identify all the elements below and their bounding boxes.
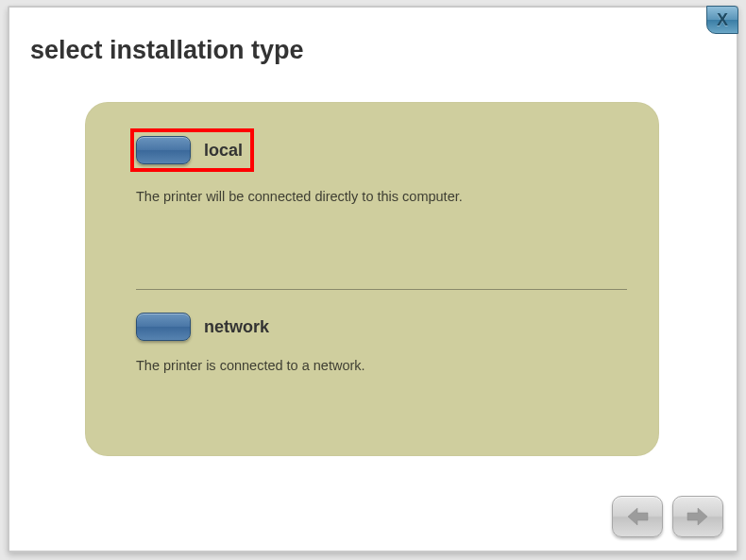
arrow-right-icon — [686, 506, 710, 527]
option-network: network The printer is connected to a ne… — [136, 313, 621, 373]
forward-button[interactable] — [672, 496, 723, 537]
option-local-highlight: local — [130, 128, 254, 172]
page-title: select installation type — [30, 36, 304, 65]
arrow-left-icon — [625, 506, 650, 527]
local-button[interactable] — [136, 136, 191, 164]
back-button[interactable] — [612, 496, 663, 537]
option-network-description: The printer is connected to a network. — [136, 358, 621, 373]
nav-area — [612, 496, 723, 537]
option-local-label: local — [204, 141, 243, 161]
close-icon: X — [717, 10, 728, 30]
option-local: local The printer will be connected dire… — [136, 128, 621, 204]
option-local-description: The printer will be connected directly t… — [136, 189, 621, 204]
options-panel: local The printer will be connected dire… — [85, 102, 659, 456]
network-button[interactable] — [136, 313, 191, 341]
close-button[interactable]: X — [706, 6, 738, 34]
installer-window: X select installation type local The pri… — [8, 6, 738, 552]
divider — [136, 289, 627, 290]
option-network-label: network — [204, 317, 269, 337]
option-network-header: network — [136, 313, 621, 341]
